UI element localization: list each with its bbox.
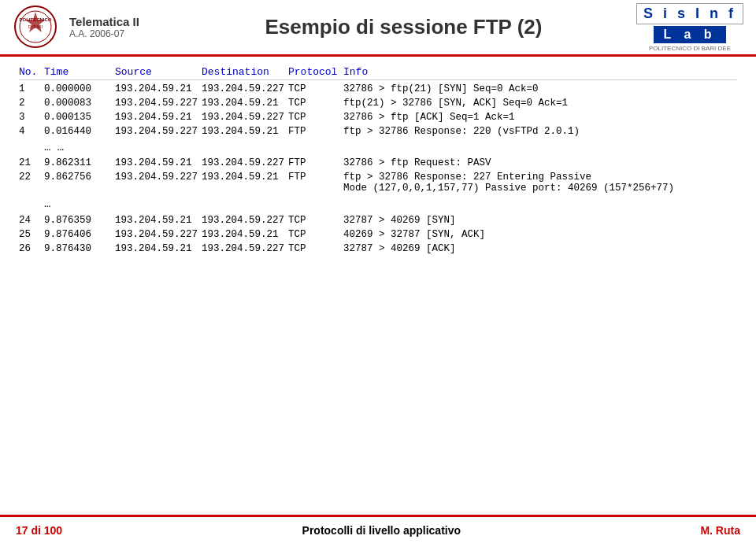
- ellipsis-separator: … …: [19, 139, 737, 156]
- main-content: No. Time Source Destination Protocol Inf…: [0, 57, 756, 256]
- slide-title: Esempio di sessione FTP (2): [265, 15, 542, 39]
- row-proto: TCP: [288, 98, 343, 109]
- table-row: 1 0.000000 193.204.59.21 193.204.59.227 …: [19, 82, 737, 96]
- row-dest: 193.204.59.21: [202, 229, 288, 240]
- row-dest: 193.204.59.227: [202, 112, 288, 123]
- row-proto: FTP: [288, 126, 343, 137]
- row-time: 9.876406: [44, 229, 115, 240]
- row-no: 4: [19, 126, 44, 137]
- row-no: 3: [19, 112, 44, 123]
- row-info: 32786 > ftp Request: PASV: [343, 157, 737, 168]
- col-header-time: Time: [44, 66, 115, 78]
- row-time: 9.876430: [44, 243, 115, 254]
- lab-logo-block: S i s I n f L a b POLITECNICO DI BARI DE…: [636, 3, 743, 52]
- table-row: 24 9.876359 193.204.59.21 193.204.59.227…: [19, 213, 737, 227]
- table-row: 2 0.000083 193.204.59.227 193.204.59.21 …: [19, 96, 737, 110]
- row-source: 193.204.59.21: [115, 157, 202, 168]
- row-no: 22: [19, 172, 44, 183]
- header: POLITECNICO DI BARI Telematica II A.A. 2…: [0, 0, 756, 57]
- row-time: 9.862311: [44, 157, 115, 168]
- university-logo: POLITECNICO DI BARI: [13, 6, 60, 49]
- course-title-block: Telematica II A.A. 2006-07: [69, 15, 139, 39]
- row-no: 26: [19, 243, 44, 254]
- row-source: 193.204.59.227: [115, 98, 202, 109]
- row-info: 32787 > 40269 [SYN]: [343, 215, 737, 226]
- row-time: 0.000000: [44, 83, 115, 94]
- sisinf-logo: S i s I n f L a b POLITECNICO DI BARI DE…: [636, 3, 743, 52]
- table-header-row: No. Time Source Destination Protocol Inf…: [19, 63, 737, 80]
- row-dest: 193.204.59.21: [202, 126, 288, 137]
- row-info: ftp > 32786 Response: 220 (vsFTPd 2.0.1): [343, 126, 737, 137]
- row-info: ftp > 32786 Response: 227 Entering Passi…: [343, 172, 737, 194]
- row-no: 24: [19, 215, 44, 226]
- svg-marker-4: [25, 12, 46, 32]
- row-no: 2: [19, 98, 44, 109]
- row-source: 193.204.59.227: [115, 126, 202, 137]
- row-source: 193.204.59.21: [115, 112, 202, 123]
- table-row: 22 9.862756 193.204.59.227 193.204.59.21…: [19, 170, 737, 195]
- sisinf-bottom-text: L a b: [654, 26, 725, 43]
- row-dest: 193.204.59.21: [202, 98, 288, 109]
- table-row: 4 0.016440 193.204.59.227 193.204.59.21 …: [19, 124, 737, 139]
- table-row: 3 0.000135 193.204.59.21 193.204.59.227 …: [19, 110, 737, 124]
- course-year: A.A. 2006-07: [69, 28, 139, 39]
- row-time: 9.876359: [44, 215, 115, 226]
- row-source: 193.204.59.21: [115, 83, 202, 94]
- row-no: 1: [19, 83, 44, 94]
- sisinf-subtitle: POLITECNICO DI BARI DEE: [649, 45, 731, 52]
- row-proto: TCP: [288, 83, 343, 94]
- row-dest: 193.204.59.227: [202, 83, 288, 94]
- slide-title-block: Esempio di sessione FTP (2): [171, 15, 636, 39]
- col-header-info: Info: [343, 66, 737, 78]
- row-proto: FTP: [288, 157, 343, 168]
- row-proto: FTP: [288, 172, 343, 183]
- row-time: 0.000135: [44, 112, 115, 123]
- col-header-no: No.: [19, 66, 44, 78]
- footer-author: M. Ruta: [700, 524, 740, 537]
- col-header-destination: Destination: [202, 66, 288, 78]
- row-proto: TCP: [288, 229, 343, 240]
- row-dest: 193.204.59.227: [202, 157, 288, 168]
- table-row: 25 9.876406 193.204.59.227 193.204.59.21…: [19, 227, 737, 242]
- row-proto: TCP: [288, 112, 343, 123]
- row-source: 193.204.59.21: [115, 243, 202, 254]
- row-dest: 193.204.59.227: [202, 243, 288, 254]
- row-source: 193.204.59.227: [115, 229, 202, 240]
- row-time: 0.016440: [44, 126, 115, 137]
- row-source: 193.204.59.21: [115, 215, 202, 226]
- footer: 17 di 100 Protocolli di livello applicat…: [0, 515, 756, 543]
- row-time: 0.000083: [44, 98, 115, 109]
- row-no: 25: [19, 229, 44, 240]
- row-no: 21: [19, 157, 44, 168]
- course-title: Telematica II: [69, 15, 139, 28]
- footer-page-number: 17 di 100: [16, 524, 62, 537]
- table-row: 26 9.876430 193.204.59.21 193.204.59.227…: [19, 242, 737, 256]
- footer-course-name: Protocolli di livello applicativo: [302, 524, 461, 537]
- row-time: 9.862756: [44, 172, 115, 183]
- row-info: 32786 > ftp(21) [SYN] Seq=0 Ack=0: [343, 83, 737, 94]
- col-header-protocol: Protocol: [288, 66, 343, 78]
- table-row: 21 9.862311 193.204.59.21 193.204.59.227…: [19, 156, 737, 170]
- sisinf-top-text: S i s I n f: [636, 3, 743, 24]
- row-info: 32786 > ftp [ACK] Seq=1 Ack=1: [343, 112, 737, 123]
- row-info: 40269 > 32787 [SYN, ACK]: [343, 229, 737, 240]
- ellipsis-separator-2: …: [19, 195, 737, 212]
- row-source: 193.204.59.227: [115, 172, 202, 183]
- row-proto: TCP: [288, 243, 343, 254]
- row-info: ftp(21) > 32786 [SYN, ACK] Seq=0 Ack=1: [343, 98, 737, 109]
- row-proto: TCP: [288, 215, 343, 226]
- row-dest: 193.204.59.21: [202, 172, 288, 183]
- row-dest: 193.204.59.227: [202, 215, 288, 226]
- row-info: 32787 > 40269 [ACK]: [343, 243, 737, 254]
- col-header-source: Source: [115, 66, 202, 78]
